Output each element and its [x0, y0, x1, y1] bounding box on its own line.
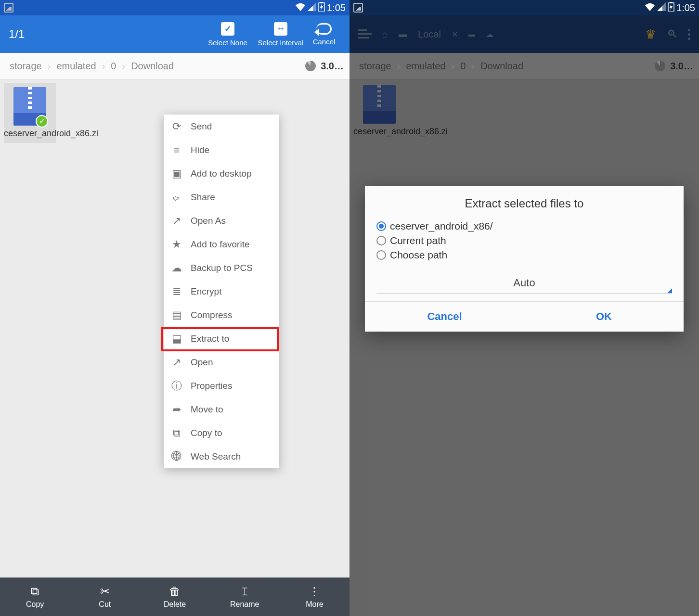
breadcrumb-item[interactable]: emulated: [52, 61, 100, 72]
status-time: 1:05: [676, 2, 695, 13]
ctx-compress[interactable]: ▤Compress: [164, 303, 279, 327]
storage-size: 3.0…: [670, 61, 693, 72]
interval-icon: ↔: [274, 22, 287, 36]
bb-copy[interactable]: ⧉Copy: [0, 578, 70, 616]
file-item[interactable]: ✓ ceserver_android_x86.zi: [4, 83, 56, 143]
crown-icon[interactable]: ♛: [645, 27, 656, 42]
hide-icon: ≡: [170, 144, 183, 156]
breadcrumb-item[interactable]: storage: [355, 61, 395, 72]
chevron-right-icon: ›: [397, 61, 401, 72]
screen-left: 1:05 1/1 ✓ Select None ↔ Select Interval…: [0, 0, 350, 616]
desktop-icon: ▣: [170, 167, 183, 180]
cancel-button[interactable]: Cancel: [307, 23, 341, 46]
breadcrumb-item[interactable]: Download: [127, 61, 178, 72]
storage-pie-icon[interactable]: [655, 61, 665, 71]
select-interval-button[interactable]: ↔ Select Interval: [254, 22, 307, 47]
context-menu: ⟳Send ≡Hide ▣Add to desktop ⪧Share ↗Open…: [164, 115, 279, 468]
menu-icon[interactable]: [358, 29, 372, 39]
breadcrumb-item[interactable]: 0: [107, 61, 120, 72]
ctx-share[interactable]: ⪧Share: [164, 185, 279, 209]
zip-icon: [363, 85, 396, 124]
svg-rect-3: [670, 2, 673, 3]
tab-icon: ▬: [468, 30, 475, 38]
zip-icon: ✓: [13, 87, 46, 126]
ctx-favorite[interactable]: ★Add to favorite: [164, 232, 279, 256]
select-none-button[interactable]: ✓ Select None: [201, 22, 254, 47]
ctx-backup[interactable]: ☁Backup to PCS: [164, 256, 279, 280]
bb-rename[interactable]: 𝙸Rename: [210, 578, 280, 616]
more-icon: ⋮: [309, 585, 320, 598]
extract-dialog: Extract selected files to ceserver_andro…: [365, 186, 684, 332]
dialog-ok-button[interactable]: OK: [524, 302, 684, 332]
move-icon: ➦: [170, 403, 183, 416]
signal-icon: [657, 2, 666, 13]
close-icon[interactable]: ✕: [452, 30, 458, 39]
bottom-bar: ⧉Copy ✂Cut 🗑Delete 𝙸Rename ⋮More: [0, 578, 350, 616]
ctx-properties[interactable]: ⓘProperties: [164, 374, 279, 398]
wifi-icon: [645, 2, 655, 13]
image-icon: [4, 3, 13, 13]
globe-icon: 🌐︎: [170, 450, 183, 463]
storage-size: 3.0…: [321, 61, 344, 72]
breadcrumb-item[interactable]: 0: [456, 61, 469, 72]
ctx-move[interactable]: ➦Move to: [164, 398, 279, 421]
selection-count: 1/1: [9, 27, 25, 41]
chevron-right-icon: ›: [471, 61, 475, 72]
file-name: ceserver_android_x86.zi: [353, 127, 405, 137]
ctx-extract[interactable]: ⬓Extract to: [164, 327, 279, 350]
dialog-cancel-button[interactable]: Cancel: [365, 302, 524, 332]
copy-icon: ⧉: [31, 585, 39, 598]
open-as-icon: ↗: [170, 215, 183, 227]
cloud-icon: ☁: [486, 30, 493, 39]
screen-right: 1:05 ⌂ ▬ Local ✕ ▬ ☁ ♛ 🔍︎ storage › emul…: [350, 0, 699, 616]
check-icon: ✓: [221, 22, 234, 36]
selected-check-icon: ✓: [36, 115, 48, 128]
breadcrumb-item[interactable]: Download: [477, 61, 527, 72]
radio-icon: [376, 221, 386, 231]
battery-icon: [318, 2, 325, 14]
radio-icon: [376, 250, 386, 260]
bb-more[interactable]: ⋮More: [280, 578, 350, 616]
send-icon: ⟳: [170, 120, 183, 133]
trash-icon: 🗑: [169, 585, 181, 598]
ctx-web-search[interactable]: 🌐︎Web Search: [164, 445, 279, 468]
chevron-right-icon: ›: [122, 61, 125, 72]
ctx-send[interactable]: ⟳Send: [164, 115, 279, 138]
status-bar: 1:05: [350, 0, 699, 15]
bb-delete[interactable]: 🗑Delete: [140, 578, 209, 616]
svg-rect-1: [320, 2, 323, 3]
wifi-icon: [295, 2, 306, 13]
ctx-open[interactable]: ↗Open: [164, 350, 279, 374]
dialog-buttons: Cancel OK: [365, 301, 684, 332]
main-toolbar: ⌂ ▬ Local ✕ ▬ ☁ ♛ 🔍︎: [350, 15, 699, 53]
battery-icon: [668, 2, 674, 14]
radio-option-current[interactable]: Current path: [376, 233, 672, 248]
local-label[interactable]: Local: [418, 29, 441, 40]
file-item[interactable]: ceserver_android_x86.zi: [353, 85, 405, 137]
encoding-dropdown[interactable]: Auto: [376, 273, 672, 294]
file-name: ceserver_android_x86.zi: [4, 128, 56, 139]
ctx-encrypt[interactable]: ≣Encrypt: [164, 280, 279, 303]
dialog-title: Extract selected files to: [365, 186, 684, 219]
share-icon: ⪧: [170, 191, 183, 204]
bb-cut[interactable]: ✂Cut: [70, 578, 140, 616]
ctx-copy[interactable]: ⧉Copy to: [164, 421, 279, 445]
radio-option-choose[interactable]: Choose path: [376, 248, 672, 262]
folder-icon: ▬: [399, 29, 407, 39]
radio-icon: [376, 236, 386, 245]
storage-pie-icon[interactable]: [305, 61, 316, 71]
breadcrumb-item[interactable]: storage: [6, 61, 46, 72]
home-icon[interactable]: ⌂: [382, 29, 388, 40]
more-icon[interactable]: [688, 29, 690, 40]
chevron-right-icon: ›: [102, 61, 105, 72]
copy-icon: ⧉: [170, 427, 183, 439]
image-icon: [353, 3, 363, 13]
encrypt-icon: ≣: [170, 285, 183, 298]
ctx-hide[interactable]: ≡Hide: [164, 138, 279, 162]
radio-option-folder[interactable]: ceserver_android_x86/: [376, 219, 672, 233]
radio-group: ceserver_android_x86/ Current path Choos…: [365, 219, 684, 267]
ctx-add-desktop[interactable]: ▣Add to desktop: [164, 162, 279, 185]
breadcrumb-item[interactable]: emulated: [402, 61, 449, 72]
search-icon[interactable]: 🔍︎: [667, 28, 677, 40]
ctx-open-as[interactable]: ↗Open As: [164, 209, 279, 232]
